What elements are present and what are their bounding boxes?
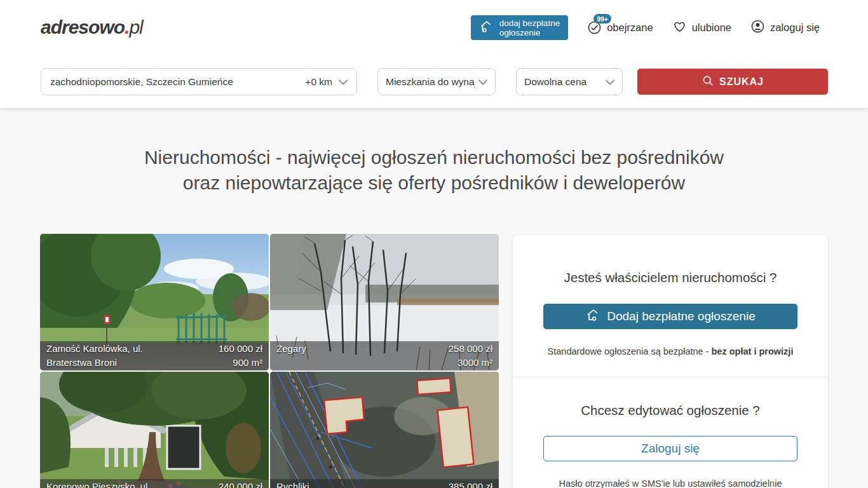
edit-panel-title: Chcesz edytować ogłoszenie ? <box>513 403 828 418</box>
page-title: Nieruchomości - najwięcej ogłoszeń nieru… <box>0 145 868 196</box>
listing-price: 240 000 zł <box>219 480 262 488</box>
logo-name: adresowo <box>41 17 125 37</box>
listing-area: 900 m² <box>219 356 262 370</box>
search-button[interactable]: SZUKAJ <box>637 69 828 95</box>
search-button-label: SZUKAJ <box>719 76 764 88</box>
login-button[interactable]: Zaloguj się <box>543 436 797 461</box>
page: adresowo.pl dodaj bezpłatne ogłoszenie <box>0 0 868 488</box>
listing-location: Korenowo Pieszysko, ul. <box>46 480 150 488</box>
listing-card[interactable]: Żegary 258 000 zł 3000 m² <box>270 234 499 370</box>
add-listing-button[interactable]: dodaj bezpłatne ogłoszenie <box>471 15 568 40</box>
listing-price: 258 000 zł <box>449 342 492 356</box>
listing-location: Żegary <box>276 342 306 356</box>
free-listing-note: Standardowe ogłoszenia są bezpłatne - be… <box>513 346 828 356</box>
favorites-nav-item[interactable]: ulubione <box>672 19 731 36</box>
header-band: adresowo.pl dodaj bezpłatne ogłoszenie <box>0 0 868 108</box>
add-free-listing-button[interactable]: Dodaj bezpłatne ogłoszenie <box>543 304 797 329</box>
category-select[interactable]: Mieszkania do wynajęc <box>377 68 496 95</box>
login-nav-item[interactable]: zaloguj się <box>750 19 820 36</box>
listings-grid: Zamość Karolówka, ul. Braterstwa Broni 1… <box>40 234 499 488</box>
location-value: zachodniopomorskie, Szczecin Gumieńce <box>50 76 300 88</box>
viewed-label: obejrzane <box>607 22 653 34</box>
viewed-count-badge: 99+ <box>593 14 611 24</box>
person-circle-icon <box>750 19 765 36</box>
listing-caption: Rychliki 385 000 zł <box>270 479 499 488</box>
listing-card[interactable]: Zamość Karolówka, ul. Braterstwa Broni 1… <box>40 234 269 370</box>
price-select[interactable]: Dowolna cena <box>516 68 623 95</box>
listing-caption: Żegary 258 000 zł 3000 m² <box>270 341 499 370</box>
listing-caption: Zamość Karolówka, ul. Braterstwa Broni 1… <box>40 341 269 370</box>
check-circle-icon: 99+ <box>587 20 602 35</box>
listing-card[interactable]: Korenowo Pieszysko, ul. 240 000 zł <box>40 372 269 488</box>
category-value: Mieszkania do wynajęc <box>386 76 475 88</box>
favorites-label: ulubione <box>692 22 731 34</box>
login-button-label: Zaloguj się <box>641 442 700 456</box>
garden-tree-photo <box>40 372 269 488</box>
heart-icon <box>672 19 687 36</box>
header-nav: dodaj bezpłatne ogłoszenie 99+ obejrzane <box>471 15 820 40</box>
listing-price: 385 000 zł <box>449 480 492 488</box>
chevron-down-icon <box>478 76 487 88</box>
login-label: zaloguj się <box>770 22 820 34</box>
listing-caption: Korenowo Pieszysko, ul. 240 000 zł <box>40 479 269 488</box>
price-value: Dowolna cena <box>524 76 587 88</box>
listing-location: Rychliki <box>276 480 309 488</box>
owner-panel-title: Jesteś właścicielem nieruchomości ? <box>513 270 828 285</box>
panel-divider <box>513 377 828 377</box>
owner-panel: Jesteś właścicielem nieruchomości ? Doda… <box>513 235 828 488</box>
listing-location: Zamość Karolówka, ul. <box>46 342 143 356</box>
listing-area: 3000 m² <box>449 356 492 370</box>
logo[interactable]: adresowo.pl <box>41 17 143 38</box>
location-input[interactable]: zachodniopomorskie, Szczecin Gumieńce +0… <box>41 68 357 95</box>
add-listing-label: dodaj bezpłatne ogłoszenie <box>499 18 560 37</box>
viewed-nav-item[interactable]: 99+ obejrzane <box>587 20 653 35</box>
radius-select[interactable]: +0 km <box>305 76 348 88</box>
house-plus-icon <box>585 307 602 327</box>
add-free-listing-label: Dodaj bezpłatne ogłoszenie <box>607 309 755 323</box>
logo-tld: pl <box>129 17 142 37</box>
magnifier-icon <box>702 74 714 90</box>
house-plus-icon <box>479 19 494 36</box>
listing-location-2: Braterstwa Broni <box>46 356 143 370</box>
listing-card[interactable]: Rychliki 385 000 zł <box>270 372 499 488</box>
listing-price: 160 000 zł <box>219 342 262 356</box>
chevron-down-icon <box>339 76 348 88</box>
password-note: Hasło otrzymałeś w SMS'ie lub ustawiłeś … <box>513 478 828 488</box>
chevron-down-icon <box>606 76 614 88</box>
radius-value: +0 km <box>305 76 332 88</box>
satellite-plot-photo <box>270 372 499 488</box>
